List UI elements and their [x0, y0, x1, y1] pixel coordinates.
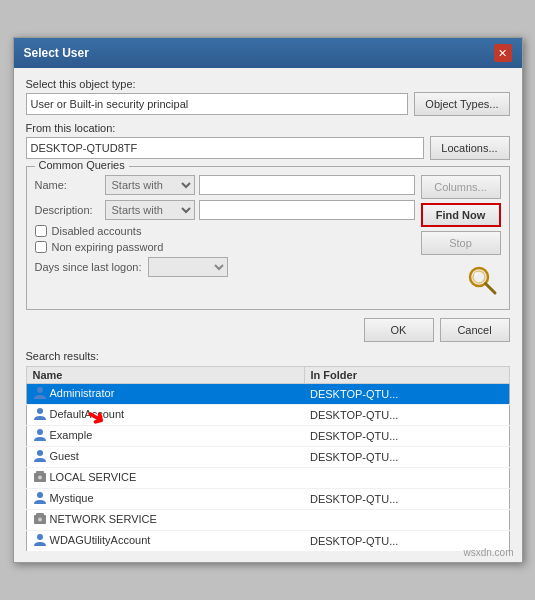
- table-row[interactable]: AdministratorDESKTOP-QTU...: [26, 384, 509, 405]
- disabled-accounts-row: Disabled accounts: [35, 225, 415, 237]
- svg-point-10: [38, 476, 42, 480]
- cell-folder: DESKTOP-QTU...: [304, 489, 509, 510]
- cancel-button[interactable]: Cancel: [440, 318, 510, 342]
- location-input[interactable]: [26, 137, 424, 159]
- svg-point-4: [37, 387, 43, 393]
- query-area: Name: Starts with Description: Starts wi…: [35, 175, 501, 299]
- cell-folder: DESKTOP-QTU...: [304, 384, 509, 405]
- object-type-label: Select this object type:: [26, 78, 510, 90]
- disabled-accounts-checkbox[interactable]: [35, 225, 47, 237]
- description-select[interactable]: Starts with: [105, 200, 195, 220]
- non-expiring-label: Non expiring password: [52, 241, 164, 253]
- results-table: Name In Folder AdministratorDESKTOP-QTU.…: [26, 366, 510, 552]
- dialog-body: Select this object type: Object Types...…: [14, 68, 522, 562]
- stop-button[interactable]: Stop: [421, 231, 501, 255]
- select-user-dialog: Select User ✕ Select this object type: O…: [13, 37, 523, 563]
- cell-name: LOCAL SERVICE: [26, 468, 304, 489]
- cell-name: NETWORK SERVICE: [26, 510, 304, 531]
- cell-name: Mystique: [26, 489, 304, 510]
- description-input[interactable]: [199, 200, 415, 220]
- svg-point-15: [37, 534, 43, 540]
- object-type-row: Object Types...: [26, 92, 510, 116]
- cell-name: Guest: [26, 447, 304, 468]
- table-row[interactable]: NETWORK SERVICE: [26, 510, 509, 531]
- watermark: wsxdn.com: [463, 547, 513, 558]
- query-right-panel: Columns... Find Now Stop: [421, 175, 501, 299]
- svg-rect-13: [36, 513, 44, 516]
- arrow-container: ➜ Name In Folder AdministratorDESKTOP-QT…: [26, 366, 510, 552]
- search-magnifier-icon: [465, 263, 501, 299]
- svg-point-14: [38, 518, 42, 522]
- cell-name: DefaultAccount: [26, 405, 304, 426]
- days-since-logon-row: Days since last logon:: [35, 257, 415, 277]
- days-since-label: Days since last logon:: [35, 261, 142, 273]
- cell-folder: DESKTOP-QTU...: [304, 405, 509, 426]
- ok-cancel-row: OK Cancel: [26, 318, 510, 342]
- close-button[interactable]: ✕: [494, 44, 512, 62]
- svg-point-11: [37, 492, 43, 498]
- cell-folder: [304, 468, 509, 489]
- find-now-button[interactable]: Find Now: [421, 203, 501, 227]
- dialog-title: Select User: [24, 46, 89, 60]
- common-queries-tab[interactable]: Common Queries: [35, 159, 129, 171]
- cell-name: Administrator: [26, 384, 304, 405]
- table-row[interactable]: WDAGUtilityAccountDESKTOP-QTU...: [26, 531, 509, 552]
- non-expiring-checkbox[interactable]: [35, 241, 47, 253]
- columns-button[interactable]: Columns...: [421, 175, 501, 199]
- cell-name: WDAGUtilityAccount: [26, 531, 304, 552]
- svg-point-5: [37, 408, 43, 414]
- common-queries-groupbox: Common Queries Name: Starts with Descrip…: [26, 166, 510, 310]
- query-fields: Name: Starts with Description: Starts wi…: [35, 175, 415, 299]
- name-query-row: Name: Starts with: [35, 175, 415, 195]
- cell-folder: DESKTOP-QTU...: [304, 447, 509, 468]
- svg-line-2: [485, 284, 495, 294]
- cell-name: Example: [26, 426, 304, 447]
- name-input[interactable]: [199, 175, 415, 195]
- search-results-label: Search results:: [26, 350, 510, 362]
- object-types-button[interactable]: Object Types...: [414, 92, 509, 116]
- table-row[interactable]: GuestDESKTOP-QTU...: [26, 447, 509, 468]
- description-label: Description:: [35, 204, 105, 216]
- location-row: Locations...: [26, 136, 510, 160]
- title-bar: Select User ✕: [14, 38, 522, 68]
- name-select[interactable]: Starts with: [105, 175, 195, 195]
- non-expiring-row: Non expiring password: [35, 241, 415, 253]
- table-row[interactable]: MystiqueDESKTOP-QTU...: [26, 489, 509, 510]
- description-query-row: Description: Starts with: [35, 200, 415, 220]
- table-row[interactable]: LOCAL SERVICE: [26, 468, 509, 489]
- object-type-input[interactable]: [26, 93, 409, 115]
- ok-button[interactable]: OK: [364, 318, 434, 342]
- column-name-header: Name: [26, 367, 304, 384]
- svg-point-3: [474, 272, 478, 276]
- disabled-accounts-label: Disabled accounts: [52, 225, 142, 237]
- locations-button[interactable]: Locations...: [430, 136, 510, 160]
- cell-folder: [304, 510, 509, 531]
- name-label: Name:: [35, 179, 105, 191]
- svg-point-6: [37, 429, 43, 435]
- table-row[interactable]: ExampleDESKTOP-QTU...: [26, 426, 509, 447]
- search-icon-area: [421, 263, 501, 299]
- svg-rect-9: [36, 471, 44, 474]
- days-since-select[interactable]: [148, 257, 228, 277]
- table-row[interactable]: DefaultAccountDESKTOP-QTU...: [26, 405, 509, 426]
- column-folder-header: In Folder: [304, 367, 509, 384]
- svg-point-7: [37, 450, 43, 456]
- table-header-row: Name In Folder: [26, 367, 509, 384]
- cell-folder: DESKTOP-QTU...: [304, 426, 509, 447]
- location-label: From this location:: [26, 122, 510, 134]
